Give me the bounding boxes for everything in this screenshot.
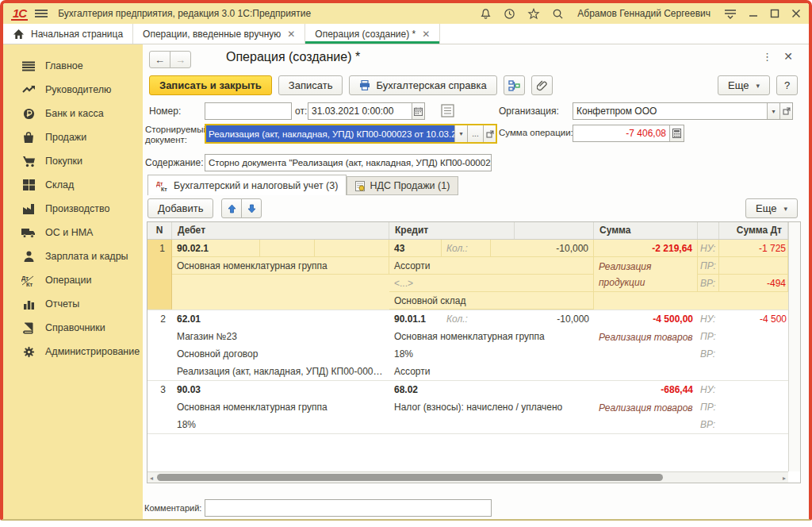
sidebar-item-sales[interactable]: Продажи [3, 125, 143, 149]
current-user[interactable]: Абрамов Геннадий Сергеевич [577, 8, 710, 19]
window-tab-3[interactable]: Операция (создание) *✕ [305, 24, 440, 44]
table-more-button[interactable]: Еще▾ [745, 198, 798, 218]
svg-text:Кт: Кт [161, 187, 167, 191]
save-close-button[interactable]: Записать и закрыть [149, 75, 272, 95]
notifications-icon[interactable] [480, 8, 492, 20]
doc-tab-1[interactable]: ДтКтБухгалтерский и налоговый учет (3) [147, 175, 347, 195]
qty-label: Кол.: [442, 310, 491, 328]
sidebar-item-manager[interactable]: Руководителю [3, 78, 143, 102]
attachments-button[interactable] [531, 75, 553, 95]
sidebar-item-fixed-assets[interactable]: ОС и НМА [3, 221, 143, 244]
collapse-panels-icon[interactable] [724, 9, 737, 19]
home-icon [13, 29, 25, 40]
main-menu-icon [21, 60, 36, 72]
scroll-right-icon[interactable]: ▸ [783, 475, 786, 482]
calendar-icon[interactable] [412, 103, 424, 119]
tax-type-label: ПР: [698, 328, 719, 345]
col-header-sum[interactable]: Сумма [594, 222, 698, 239]
storno-dropdown-icon[interactable]: ▾ [454, 125, 467, 142]
close-icon[interactable] [791, 9, 801, 18]
window-tab-1[interactable]: Начальная страница [3, 24, 133, 44]
scroll-left-icon[interactable]: ◂ [150, 475, 153, 482]
back-button[interactable]: ← [149, 51, 170, 68]
sidebar-item-reports[interactable]: Отчеты [3, 292, 143, 316]
comment-input[interactable] [205, 499, 492, 517]
more-button[interactable]: Еще▾ [718, 75, 770, 95]
window-tab-2[interactable]: Операции, введенные вручную✕ [133, 24, 305, 44]
grid-row-2[interactable]: 262.01Магазин №23Основной договорРеализа… [147, 310, 788, 381]
app-window: 1С Бухгалтерия предприятия, редакция 3.0… [0, 0, 812, 521]
grid-row-3[interactable]: 390.03Основная номенклатурная группа18%6… [147, 381, 788, 434]
tab-close-icon[interactable]: ✕ [422, 29, 430, 40]
dtkt-icon: ДтКт [156, 180, 169, 191]
main-menu-icon[interactable] [35, 9, 48, 18]
sidebar-item-production[interactable]: Производство [3, 197, 143, 221]
date-input-group: 31.03.2021 0:00:00 [308, 102, 425, 120]
org-dropdown-icon[interactable]: ▾ [767, 103, 779, 119]
move-up-button[interactable] [221, 198, 242, 218]
sidebar-item-purchases[interactable]: Покупки [3, 149, 143, 173]
sidebar-item-salary-hr[interactable]: Зарплата и кадры [3, 244, 143, 268]
tab-close-icon[interactable]: ✕ [287, 29, 295, 40]
help-button[interactable]: ? [776, 75, 798, 95]
tab-label: Операции, введенные вручную [143, 29, 281, 40]
date-input[interactable]: 31.03.2021 0:00:00 [308, 103, 412, 119]
fixed-assets-icon [21, 226, 36, 239]
storno-doc-input[interactable]: Реализация (акт, накладная, УПД) КП00-00… [206, 125, 454, 142]
favorites-icon[interactable] [527, 8, 540, 20]
sidebar-item-label: Отчеты [45, 298, 79, 310]
col-header-credit[interactable]: Кредит [389, 222, 515, 239]
row-number: 1 [147, 240, 172, 310]
content-input[interactable]: Сторно документа "Реализация (акт, накла… [205, 154, 492, 171]
sidebar-item-label: Производство [45, 203, 110, 214]
col-header-empty2 [698, 222, 719, 239]
operation-note: Реализация продукции [594, 257, 698, 292]
sidebar-item-label: Продажи [45, 132, 86, 143]
sidebar-item-warehouse[interactable]: Склад [3, 173, 143, 197]
horizontal-scrollbar[interactable]: ◂ ▸ [147, 471, 788, 483]
accounting-report-button[interactable]: Бухгалтерская справка [349, 75, 496, 95]
panel-menu-icon[interactable]: ⋮ [762, 51, 772, 63]
storno-choose-button[interactable]: ... [467, 125, 483, 142]
history-icon[interactable] [504, 8, 515, 20]
storno-doc-label: Сторнируемыйдокумент: [145, 125, 209, 145]
col-header-sum-dt[interactable]: Сумма Дт [719, 222, 788, 239]
minimize-icon[interactable] [749, 9, 758, 18]
grid-row-1[interactable]: 190.02.1Основная номенклатурная группа43… [147, 240, 788, 310]
move-down-button[interactable] [241, 198, 262, 218]
sidebar-item-main-menu[interactable]: Главное [3, 54, 143, 78]
sidebar-item-administration[interactable]: Администрирование [3, 340, 143, 364]
number-label: Номер: [149, 106, 181, 117]
add-row-button[interactable]: Добавить [147, 198, 213, 218]
storno-open-icon[interactable] [483, 125, 496, 142]
sidebar-item-label: Зарплата и кадры [45, 251, 128, 262]
vertical-scrollbar[interactable] [788, 222, 800, 471]
search-icon[interactable] [552, 8, 564, 20]
calculator-icon[interactable] [669, 125, 684, 141]
scrollbar-thumb[interactable] [157, 474, 663, 481]
credit-subconto: Основной склад [389, 292, 594, 310]
org-open-icon[interactable] [779, 103, 792, 119]
tax-value [719, 345, 788, 363]
sidebar-item-operations[interactable]: ДтКтОперации [3, 268, 143, 292]
posting-structure-button[interactable] [504, 75, 525, 95]
number-input[interactable] [205, 102, 292, 120]
operation-sum-input[interactable]: -7 406,08 [573, 125, 669, 141]
organization-input[interactable]: Конфетпром ООО [573, 103, 767, 119]
maximize-icon[interactable] [770, 9, 779, 18]
col-header-debit[interactable]: Дебет [172, 222, 389, 239]
document-journal-icon[interactable] [441, 104, 454, 117]
forward-button[interactable]: → [170, 51, 191, 68]
sidebar-item-directories[interactable]: Справочники [3, 316, 143, 340]
save-button[interactable]: Записать [278, 75, 343, 95]
doc-tab-2[interactable]: НДС Продажи (1) [347, 176, 458, 195]
sidebar-item-bank-cash[interactable]: Банк и касса [3, 102, 143, 125]
panel-close-icon[interactable]: ✕ [783, 50, 793, 63]
manager-icon [21, 83, 36, 96]
administration-icon [21, 345, 36, 358]
col-header-n[interactable]: N [147, 222, 172, 239]
tax-type-label: ПР: [698, 257, 719, 275]
sidebar-item-label: Операции [45, 275, 91, 286]
sidebar: ГлавноеРуководителюБанк и кассаПродажиПо… [3, 44, 143, 519]
operation-note: Реализация товаров [594, 398, 698, 433]
